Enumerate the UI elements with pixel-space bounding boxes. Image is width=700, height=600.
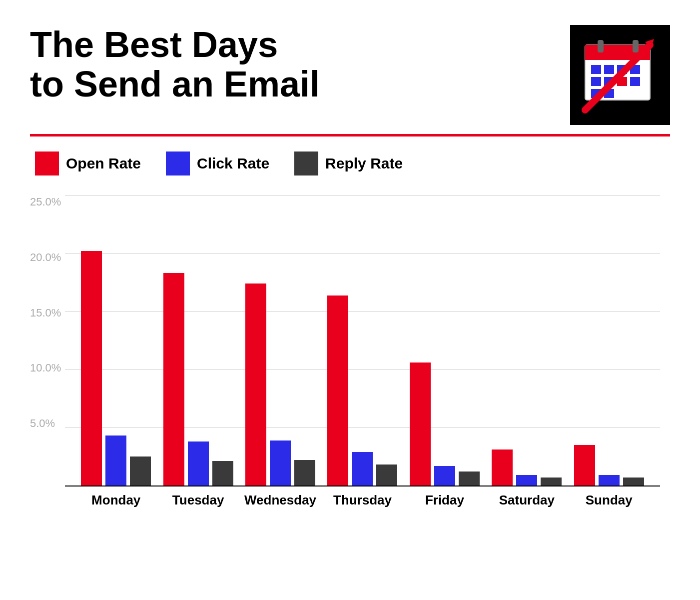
svg-rect-4 <box>591 65 601 74</box>
x-label-tuesday: Tuesday <box>157 492 239 508</box>
svg-rect-5 <box>604 65 614 74</box>
day-group-saturday <box>492 450 562 486</box>
bar-open-thursday <box>327 296 348 486</box>
y-label-15: 15.0% <box>30 306 61 320</box>
y-label-10: 10.0% <box>30 362 61 374</box>
legend-reply-rate: Reply Rate <box>294 152 403 176</box>
bar-reply-wednesday <box>294 460 315 486</box>
title-line1: The Best Days <box>30 24 278 64</box>
legend-reply-rate-box <box>294 152 318 176</box>
x-label-friday: Friday <box>404 492 486 508</box>
x-label-saturday: Saturday <box>486 492 568 508</box>
day-group-friday <box>410 362 480 486</box>
x-axis-line <box>65 486 660 486</box>
x-axis-labels: MondayTuesdayWednesdayThursdayFridaySatu… <box>65 492 660 508</box>
page-container: The Best Days to Send an Email <box>0 0 700 600</box>
svg-rect-8 <box>591 77 601 86</box>
bar-open-tuesday <box>163 273 184 486</box>
bar-reply-thursday <box>376 464 397 486</box>
x-label-monday: Monday <box>75 492 157 508</box>
bar-reply-tuesday <box>212 461 233 486</box>
legend-click-rate: Click Rate <box>166 152 269 176</box>
bar-click-saturday <box>516 475 537 486</box>
x-label-wednesday: Wednesday <box>239 492 321 508</box>
legend-open-rate-box <box>35 152 59 176</box>
bar-click-thursday <box>352 452 373 486</box>
bar-open-friday <box>410 362 431 486</box>
svg-rect-3 <box>633 40 639 52</box>
bar-click-friday <box>434 466 455 486</box>
bar-reply-sunday <box>623 478 644 486</box>
bar-open-sunday <box>574 445 595 486</box>
title-line2: to Send an Email <box>30 64 320 104</box>
calendar-icon <box>570 25 670 125</box>
legend-open-rate-label: Open Rate <box>66 155 141 172</box>
day-group-sunday <box>574 445 644 486</box>
bars-container <box>65 196 660 486</box>
bar-reply-saturday <box>541 478 562 486</box>
page-title: The Best Days to Send an Email <box>30 25 320 104</box>
bar-click-wednesday <box>270 440 291 486</box>
red-divider <box>30 134 670 136</box>
day-group-tuesday <box>163 273 233 486</box>
y-label-5: 5.0% <box>30 417 61 430</box>
header: The Best Days to Send an Email <box>30 25 670 125</box>
legend-click-rate-box <box>166 152 190 176</box>
day-group-monday <box>81 251 151 486</box>
y-label-25: 25.0% <box>30 196 61 208</box>
legend-click-rate-label: Click Rate <box>197 155 269 172</box>
x-label-thursday: Thursday <box>321 492 403 508</box>
y-label-20: 20.0% <box>30 251 61 264</box>
svg-rect-11 <box>630 77 640 86</box>
bar-reply-monday <box>130 456 151 486</box>
svg-rect-2 <box>598 40 604 52</box>
legend-reply-rate-label: Reply Rate <box>325 155 403 172</box>
bar-click-tuesday <box>188 442 209 486</box>
legend-open-rate: Open Rate <box>35 152 141 176</box>
day-group-wednesday <box>245 284 315 486</box>
legend: Open Rate Click Rate Reply Rate <box>35 152 670 176</box>
day-group-thursday <box>327 296 397 486</box>
x-label-sunday: Sunday <box>568 492 650 508</box>
bar-open-saturday <box>492 450 513 486</box>
bar-click-monday <box>105 436 126 486</box>
bar-open-wednesday <box>245 284 266 486</box>
bar-reply-friday <box>459 472 480 486</box>
bar-click-sunday <box>599 475 620 486</box>
bar-open-monday <box>81 251 102 486</box>
